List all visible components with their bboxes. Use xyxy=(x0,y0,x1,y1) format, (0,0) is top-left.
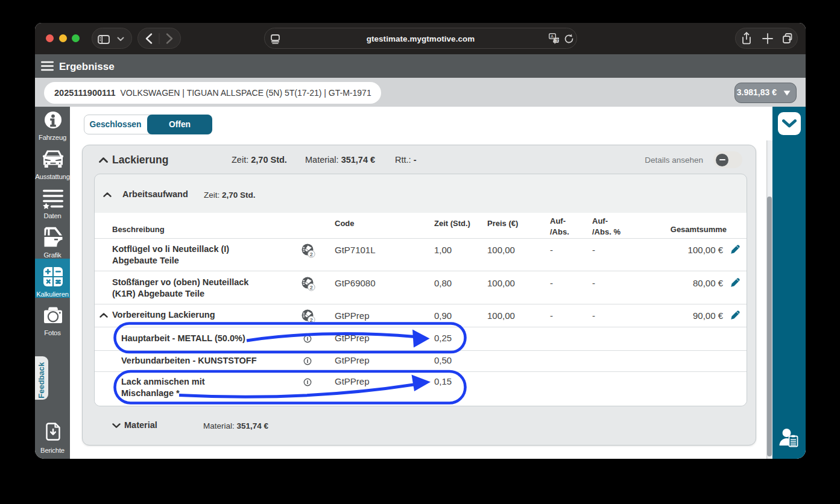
svg-text:2: 2 xyxy=(309,285,312,291)
svg-text:文: 文 xyxy=(555,38,560,42)
svg-text:A: A xyxy=(551,34,554,39)
svg-text:2: 2 xyxy=(309,317,312,323)
svg-text:2: 2 xyxy=(309,251,312,257)
